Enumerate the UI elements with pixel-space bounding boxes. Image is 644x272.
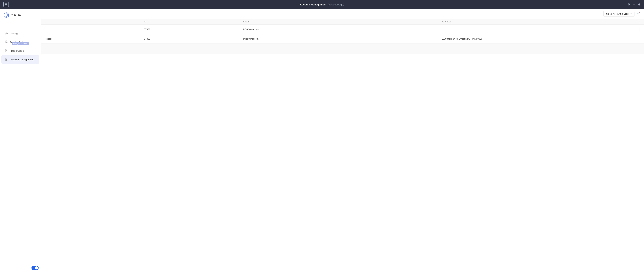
row-actions-icon-2[interactable]: ⋮ — [638, 37, 641, 41]
topbar-subtitle: (Widget Page) — [328, 3, 344, 6]
select-account-order-button[interactable]: Select Account & Order ▾ — [603, 11, 634, 16]
subheader: Select Account & Order ▾ 🛒 — [41, 9, 644, 19]
main-content: Select Account & Order ▾ 🛒 ID EMAIL ADDR… — [41, 9, 644, 272]
account-management-icon — [5, 58, 8, 61]
svg-rect-2 — [5, 32, 7, 34]
cell-email-2: mike@mcr.com — [243, 37, 442, 40]
nav-items: Catalog Pending Orders — [0, 27, 41, 66]
topbar-left: ▣ — [4, 2, 9, 7]
table-body: 37881 info@acme.com ⋮ Repairs 37898 mike… — [41, 25, 644, 272]
cell-email-1: info@acme.com — [243, 28, 442, 31]
empty-area — [41, 44, 644, 54]
add-icon[interactable]: + — [633, 3, 635, 6]
topbar-title: Account Management — [300, 3, 326, 6]
table-row[interactable]: Repairs 37898 mike@mcr.com 1000 Mechanic… — [41, 34, 644, 44]
sidebar-item-account-management-label: Account Management — [10, 58, 34, 61]
sidebar: minium Navigation Menu Catalog — [0, 9, 41, 272]
sidebar-item-placed-orders-label: Placed Orders — [10, 50, 24, 52]
sidebar-item-catalog[interactable]: Catalog — [1, 29, 39, 38]
layout: minium Navigation Menu Catalog — [0, 0, 644, 272]
chevron-down-icon: ▾ — [630, 13, 632, 15]
col-header-id: ID — [144, 21, 243, 23]
svg-point-3 — [5, 34, 6, 34]
svg-marker-1 — [5, 13, 8, 17]
topbar: ▣ Account Management (Widget Page) ⚙ + ⊕ — [0, 0, 644, 9]
globe-icon[interactable]: ⊕ — [638, 2, 640, 6]
settings-icon[interactable]: ⚙ — [627, 2, 630, 6]
pending-orders-icon — [5, 40, 8, 44]
sidebar-toggle-icon[interactable]: ▣ — [4, 2, 9, 7]
logo-area: minium — [0, 9, 41, 21]
topbar-right: ⚙ + ⊕ — [627, 2, 640, 6]
placed-orders-icon — [5, 49, 8, 53]
sidebar-toggle-button[interactable] — [32, 266, 38, 270]
select-account-order-label: Select Account & Order — [606, 12, 629, 15]
nav-menu-badge: Navigation Menu — [12, 42, 29, 45]
col-header-email: EMAIL — [243, 21, 442, 23]
logo-text: minium — [11, 13, 21, 17]
col-header-name — [45, 21, 144, 23]
cell-id-2: 37898 — [144, 37, 243, 40]
table-header: ID EMAIL ADDRESS — [41, 19, 644, 25]
cell-address-2: 1000 Mechanical Street New Town 90000 — [442, 37, 640, 40]
table-row[interactable]: 37881 info@acme.com ⋮ — [41, 25, 644, 34]
catalog-icon — [5, 32, 8, 35]
cell-name-2: Repairs — [45, 37, 144, 40]
cart-icon[interactable]: 🛒 — [636, 12, 640, 15]
sidebar-divider — [0, 21, 41, 21]
cell-id-1: 37881 — [144, 28, 243, 31]
svg-marker-0 — [4, 12, 8, 18]
svg-point-15 — [6, 59, 6, 59]
col-header-address: ADDRESS — [442, 21, 640, 23]
sidebar-item-catalog-label: Catalog — [10, 32, 18, 35]
sidebar-bottom — [0, 264, 41, 272]
svg-point-4 — [7, 34, 7, 34]
sidebar-item-account-management[interactable]: Account Management — [1, 55, 39, 64]
sidebar-item-placed-orders[interactable]: Placed Orders — [1, 47, 39, 55]
topbar-center: Account Management (Widget Page) — [300, 3, 344, 6]
row-actions-icon-1[interactable]: ⋮ — [638, 27, 641, 31]
logo-icon — [4, 12, 9, 18]
svg-rect-10 — [6, 49, 7, 52]
